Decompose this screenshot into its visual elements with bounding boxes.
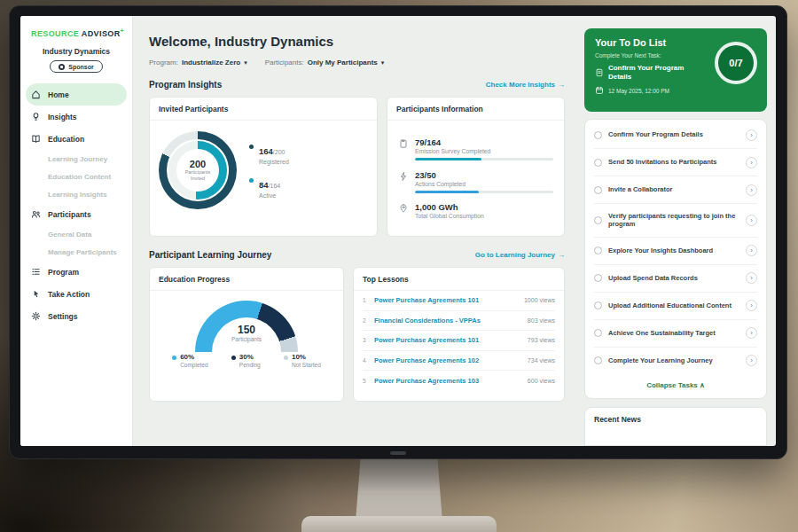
invited-legend-dot <box>249 145 254 149</box>
task-checkbox[interactable] <box>594 329 602 337</box>
task-checkbox[interactable] <box>594 356 602 364</box>
task-checkbox[interactable] <box>594 216 602 224</box>
sidebar-item-participants[interactable]: Participants <box>20 203 132 225</box>
lesson-link[interactable]: Power Purchase Agreements 102 <box>374 356 521 364</box>
participants-filter-label: Participants: <box>265 59 304 66</box>
participants-filter-dropdown[interactable]: Participants: Only My Participants ▾ <box>265 59 385 66</box>
task-row-send-invitations[interactable]: Send 50 Invitations to Participants › <box>594 149 757 176</box>
app-logo: RESOURCE ADVISOR+ <box>20 16 132 38</box>
chevron-right-icon[interactable]: › <box>746 300 757 311</box>
sidebar-item-education[interactable]: Education <box>20 128 132 150</box>
sidebar-item-label: Insights <box>48 113 77 121</box>
monitor-stand-neck <box>356 456 442 521</box>
sidebar-item-learning-journey[interactable]: Learning Journey <box>20 150 132 168</box>
lesson-views: 803 views <box>528 317 555 324</box>
monitor-stand-base <box>301 516 497 532</box>
chevron-right-icon[interactable]: › <box>746 215 757 226</box>
lesson-rank: 3 <box>363 337 368 343</box>
task-checkbox[interactable] <box>594 301 602 309</box>
task-checkbox[interactable] <box>594 186 602 194</box>
lesson-link[interactable]: Power Purchase Agreements 101 <box>374 336 521 344</box>
recent-news-title: Recent News <box>594 415 757 424</box>
go-to-learning-journey-link[interactable]: Go to Learning Journey → <box>475 251 565 259</box>
sidebar-item-take-action[interactable]: Take Action <box>20 283 132 305</box>
chevron-right-icon[interactable]: › <box>746 327 757 339</box>
stat-label: Actions Completed <box>415 181 466 187</box>
logo-primary: RESOURCE <box>31 29 79 38</box>
sidebar-item-label: Home <box>48 90 69 99</box>
task-label: Explore Your Insights Dashboard <box>608 246 739 255</box>
recent-news-card: Recent News <box>584 407 767 446</box>
filter-bar: Program: Industrialize Zero ▾ Participan… <box>149 59 565 66</box>
task-checkbox[interactable] <box>594 274 602 282</box>
stat-progress-track <box>415 191 553 193</box>
sidebar-item-home[interactable]: Home <box>26 83 127 106</box>
sidebar-item-general-data[interactable]: General Data <box>20 225 132 243</box>
lesson-link[interactable]: Power Purchase Agreements 101 <box>374 296 518 304</box>
lightning-icon <box>398 171 409 182</box>
chevron-right-icon[interactable]: › <box>746 245 757 256</box>
link-label: Check More Insights <box>486 81 555 89</box>
todo-summary-card: Your To Do List Complete Your Next Task:… <box>584 28 767 112</box>
sidebar-item-manage-participants[interactable]: Manage Participants <box>20 243 132 261</box>
location-pin-icon <box>398 203 409 214</box>
legend-label: Completed <box>180 362 207 368</box>
sidebar-item-program[interactable]: Program <box>20 261 132 283</box>
task-row-complete-learning-journey[interactable]: Complete Your Learning Journey › <box>594 348 757 374</box>
monitor-bezel: RESOURCE ADVISOR+ Industry Dynamics Spon… <box>9 5 787 459</box>
task-row-upload-educational-content[interactable]: Upload Additional Educational Content › <box>594 293 757 320</box>
legend-label: Active <box>259 192 280 199</box>
calendar-icon <box>595 86 604 95</box>
monitor-logo <box>390 451 406 455</box>
sidebar-item-settings[interactable]: Settings <box>20 305 132 327</box>
todo-task-list: Confirm Your Program Details › Send 50 I… <box>584 119 767 399</box>
gauge-legend-dot <box>172 356 176 360</box>
task-label: Invite a Collaborator <box>608 185 739 194</box>
task-row-invite-collaborator[interactable]: Invite a Collaborator › <box>594 176 757 204</box>
sidebar-subitem-label: Learning Insights <box>48 191 107 199</box>
program-filter-label: Program: <box>149 59 178 66</box>
chevron-right-icon[interactable]: › <box>746 129 757 141</box>
participants-information-card: Participants Information 79/164 Emission… <box>387 97 565 237</box>
card-title: Education Progress <box>150 268 343 291</box>
chevron-right-icon[interactable]: › <box>746 355 757 366</box>
lesson-rank: 5 <box>363 378 368 384</box>
task-checkbox[interactable] <box>594 246 602 254</box>
arrow-right-icon: → <box>558 251 565 259</box>
sidebar-item-insights[interactable]: Insights <box>20 106 132 128</box>
learning-journey-header: Participant Learning Journey Go to Learn… <box>149 250 565 260</box>
sidebar-item-education-content[interactable]: Education Content <box>20 168 132 185</box>
todo-panel: Your To Do List Complete Your Next Task:… <box>584 28 767 446</box>
task-row-explore-insights[interactable]: Explore Your Insights Dashboard › <box>594 238 757 265</box>
task-row-confirm-program[interactable]: Confirm Your Program Details › <box>594 121 757 149</box>
donut-center-label: Participants Invited <box>180 169 215 181</box>
card-title: Top Lessons <box>354 268 564 291</box>
task-label: Upload Additional Educational Content <box>608 301 739 310</box>
task-row-achieve-target[interactable]: Achieve One Sustainability Target › <box>594 320 757 348</box>
check-more-insights-link[interactable]: Check More Insights → <box>486 81 565 89</box>
todo-datetime: 12 May 2025, 12:00 PM <box>608 88 669 94</box>
sidebar-item-label: Education <box>48 135 84 144</box>
legend-item-completed: 60% Completed <box>172 353 207 368</box>
legend-pct: 30% <box>239 353 261 361</box>
legend-label: Not Started <box>292 362 321 368</box>
card-title: Participants Information <box>387 98 564 121</box>
invited-participants-card: Invited Participants 200 Participants In… <box>149 97 378 237</box>
collapse-tasks-link[interactable]: Collapse Tasks ∧ <box>594 374 757 398</box>
invited-donut: 200 Participants Invited <box>159 131 237 209</box>
chevron-right-icon[interactable]: › <box>746 272 757 284</box>
task-checkbox[interactable] <box>594 159 602 167</box>
task-checkbox[interactable] <box>594 131 602 139</box>
task-row-upload-spend-data[interactable]: Upload Spend Data Records › <box>594 265 757 293</box>
lesson-link[interactable]: Financial Considerations - VPPAs <box>374 317 521 325</box>
pointer-icon <box>31 289 41 299</box>
program-filter-dropdown[interactable]: Program: Industrialize Zero ▾ <box>149 59 247 66</box>
lesson-link[interactable]: Power Purchase Agreements 103 <box>374 377 521 385</box>
stat-emission-survey: 79/164 Emission Survey Completed <box>398 137 553 160</box>
sidebar-item-learning-insights[interactable]: Learning Insights <box>20 185 132 203</box>
stat-label: Emission Survey Completed <box>415 148 490 154</box>
chevron-right-icon[interactable]: › <box>746 184 757 196</box>
desk-background: RESOURCE ADVISOR+ Industry Dynamics Spon… <box>0 0 798 532</box>
chevron-right-icon[interactable]: › <box>746 157 757 168</box>
task-row-verify-participants[interactable]: Verify participants requesting to join t… <box>594 204 757 238</box>
